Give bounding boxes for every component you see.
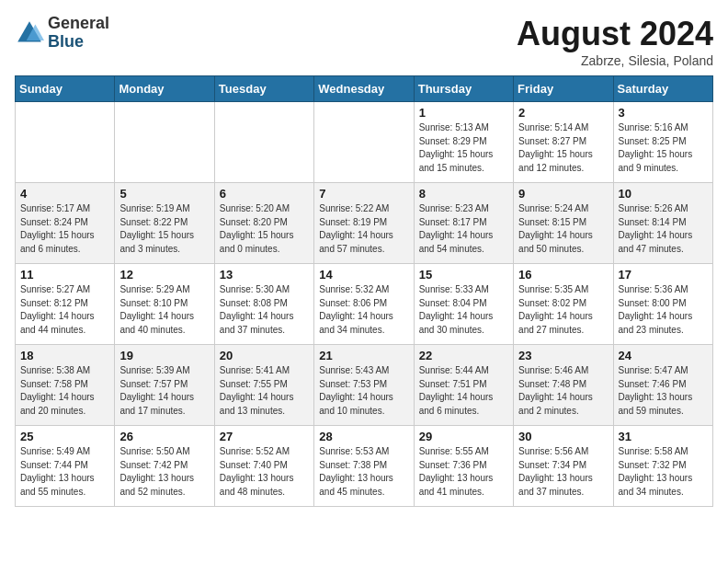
day-info: Sunrise: 5:50 AM Sunset: 7:42 PM Dayligh… bbox=[119, 445, 209, 499]
day-info: Sunrise: 5:35 AM Sunset: 8:02 PM Dayligh… bbox=[518, 283, 608, 337]
calendar-cell: 6Sunrise: 5:20 AM Sunset: 8:20 PM Daylig… bbox=[214, 183, 313, 264]
day-number: 20 bbox=[220, 349, 309, 362]
day-info: Sunrise: 5:41 AM Sunset: 7:55 PM Dayligh… bbox=[220, 364, 309, 418]
day-number: 28 bbox=[319, 430, 408, 443]
day-number: 4 bbox=[20, 187, 109, 201]
day-info: Sunrise: 5:43 AM Sunset: 7:53 PM Dayligh… bbox=[319, 364, 408, 418]
weekday-header-tuesday: Tuesday bbox=[214, 76, 313, 102]
calendar-cell: 12Sunrise: 5:29 AM Sunset: 8:10 PM Dayli… bbox=[115, 264, 214, 345]
day-number: 1 bbox=[419, 106, 508, 120]
calendar-cell: 1Sunrise: 5:13 AM Sunset: 8:29 PM Daylig… bbox=[414, 102, 513, 183]
day-number: 10 bbox=[619, 187, 708, 201]
weekday-header-saturday: Saturday bbox=[613, 76, 712, 102]
calendar-cell: 31Sunrise: 5:58 AM Sunset: 7:32 PM Dayli… bbox=[613, 426, 712, 507]
day-number: 17 bbox=[619, 268, 708, 282]
day-info: Sunrise: 5:17 AM Sunset: 8:24 PM Dayligh… bbox=[20, 202, 109, 256]
day-number: 31 bbox=[619, 430, 708, 443]
calendar-cell: 22Sunrise: 5:44 AM Sunset: 7:51 PM Dayli… bbox=[414, 345, 513, 426]
calendar-week-row: 1Sunrise: 5:13 AM Sunset: 8:29 PM Daylig… bbox=[16, 102, 713, 183]
weekday-header-wednesday: Wednesday bbox=[314, 76, 414, 102]
day-number: 18 bbox=[20, 349, 109, 362]
weekday-header-sunday: Sunday bbox=[16, 76, 115, 102]
day-info: Sunrise: 5:52 AM Sunset: 7:40 PM Dayligh… bbox=[220, 445, 309, 499]
calendar-cell: 29Sunrise: 5:55 AM Sunset: 7:36 PM Dayli… bbox=[414, 426, 513, 507]
weekday-header-monday: Monday bbox=[115, 76, 214, 102]
day-info: Sunrise: 5:24 AM Sunset: 8:15 PM Dayligh… bbox=[518, 202, 608, 256]
logo: General Blue bbox=[15, 15, 109, 52]
day-info: Sunrise: 5:22 AM Sunset: 8:19 PM Dayligh… bbox=[319, 202, 408, 256]
day-number: 3 bbox=[619, 106, 708, 120]
calendar-cell: 10Sunrise: 5:26 AM Sunset: 8:14 PM Dayli… bbox=[613, 183, 712, 264]
location-text: Zabrze, Silesia, Poland bbox=[517, 53, 713, 68]
day-number: 14 bbox=[319, 268, 408, 282]
day-info: Sunrise: 5:49 AM Sunset: 7:44 PM Dayligh… bbox=[20, 445, 109, 499]
title-block: August 2024 Zabrze, Silesia, Poland bbox=[517, 15, 713, 68]
calendar-cell: 21Sunrise: 5:43 AM Sunset: 7:53 PM Dayli… bbox=[314, 345, 414, 426]
calendar-cell: 25Sunrise: 5:49 AM Sunset: 7:44 PM Dayli… bbox=[16, 426, 115, 507]
weekday-header-thursday: Thursday bbox=[414, 76, 513, 102]
day-info: Sunrise: 5:55 AM Sunset: 7:36 PM Dayligh… bbox=[419, 445, 508, 499]
day-number: 29 bbox=[419, 430, 508, 443]
day-number: 22 bbox=[419, 349, 508, 362]
day-info: Sunrise: 5:56 AM Sunset: 7:34 PM Dayligh… bbox=[518, 445, 608, 499]
calendar-cell: 26Sunrise: 5:50 AM Sunset: 7:42 PM Dayli… bbox=[115, 426, 214, 507]
calendar-week-row: 4Sunrise: 5:17 AM Sunset: 8:24 PM Daylig… bbox=[16, 183, 713, 264]
day-number: 25 bbox=[20, 430, 109, 443]
day-number: 24 bbox=[619, 349, 708, 362]
calendar-cell: 30Sunrise: 5:56 AM Sunset: 7:34 PM Dayli… bbox=[514, 426, 613, 507]
day-number: 6 bbox=[220, 187, 309, 201]
day-number: 26 bbox=[119, 430, 209, 443]
page-header: General Blue August 2024 Zabrze, Silesia… bbox=[15, 15, 713, 68]
day-info: Sunrise: 5:19 AM Sunset: 8:22 PM Dayligh… bbox=[119, 202, 209, 256]
day-number: 30 bbox=[518, 430, 608, 443]
day-info: Sunrise: 5:36 AM Sunset: 8:00 PM Dayligh… bbox=[619, 283, 708, 337]
day-info: Sunrise: 5:33 AM Sunset: 8:04 PM Dayligh… bbox=[419, 283, 508, 337]
day-info: Sunrise: 5:16 AM Sunset: 8:25 PM Dayligh… bbox=[619, 121, 708, 175]
day-info: Sunrise: 5:20 AM Sunset: 8:20 PM Dayligh… bbox=[220, 202, 309, 256]
calendar-cell: 4Sunrise: 5:17 AM Sunset: 8:24 PM Daylig… bbox=[16, 183, 115, 264]
calendar-week-row: 18Sunrise: 5:38 AM Sunset: 7:58 PM Dayli… bbox=[16, 345, 713, 426]
day-number: 9 bbox=[518, 187, 608, 201]
day-number: 15 bbox=[419, 268, 508, 282]
logo-icon bbox=[15, 18, 44, 48]
day-info: Sunrise: 5:29 AM Sunset: 8:10 PM Dayligh… bbox=[119, 283, 209, 337]
calendar-cell: 14Sunrise: 5:32 AM Sunset: 8:06 PM Dayli… bbox=[314, 264, 414, 345]
calendar-cell: 15Sunrise: 5:33 AM Sunset: 8:04 PM Dayli… bbox=[414, 264, 513, 345]
day-info: Sunrise: 5:14 AM Sunset: 8:27 PM Dayligh… bbox=[518, 121, 608, 175]
calendar-cell: 17Sunrise: 5:36 AM Sunset: 8:00 PM Dayli… bbox=[613, 264, 712, 345]
day-number: 19 bbox=[119, 349, 209, 362]
calendar-cell: 2Sunrise: 5:14 AM Sunset: 8:27 PM Daylig… bbox=[514, 102, 613, 183]
calendar-cell: 9Sunrise: 5:24 AM Sunset: 8:15 PM Daylig… bbox=[514, 183, 613, 264]
day-info: Sunrise: 5:47 AM Sunset: 7:46 PM Dayligh… bbox=[619, 364, 708, 418]
day-info: Sunrise: 5:38 AM Sunset: 7:58 PM Dayligh… bbox=[20, 364, 109, 418]
calendar-cell bbox=[16, 102, 115, 183]
calendar-cell: 13Sunrise: 5:30 AM Sunset: 8:08 PM Dayli… bbox=[214, 264, 313, 345]
day-number: 2 bbox=[518, 106, 608, 120]
calendar-week-row: 25Sunrise: 5:49 AM Sunset: 7:44 PM Dayli… bbox=[16, 426, 713, 507]
calendar-cell bbox=[214, 102, 313, 183]
day-number: 16 bbox=[518, 268, 608, 282]
weekday-header-row: SundayMondayTuesdayWednesdayThursdayFrid… bbox=[16, 76, 713, 102]
calendar-table: SundayMondayTuesdayWednesdayThursdayFrid… bbox=[15, 75, 713, 507]
calendar-week-row: 11Sunrise: 5:27 AM Sunset: 8:12 PM Dayli… bbox=[16, 264, 713, 345]
calendar-cell: 3Sunrise: 5:16 AM Sunset: 8:25 PM Daylig… bbox=[613, 102, 712, 183]
calendar-cell: 27Sunrise: 5:52 AM Sunset: 7:40 PM Dayli… bbox=[214, 426, 313, 507]
day-number: 5 bbox=[119, 187, 209, 201]
day-info: Sunrise: 5:53 AM Sunset: 7:38 PM Dayligh… bbox=[319, 445, 408, 499]
day-number: 7 bbox=[319, 187, 408, 201]
day-number: 13 bbox=[220, 268, 309, 282]
day-info: Sunrise: 5:32 AM Sunset: 8:06 PM Dayligh… bbox=[319, 283, 408, 337]
calendar-cell: 16Sunrise: 5:35 AM Sunset: 8:02 PM Dayli… bbox=[514, 264, 613, 345]
day-info: Sunrise: 5:13 AM Sunset: 8:29 PM Dayligh… bbox=[419, 121, 508, 175]
calendar-cell: 8Sunrise: 5:23 AM Sunset: 8:17 PM Daylig… bbox=[414, 183, 513, 264]
calendar-cell: 11Sunrise: 5:27 AM Sunset: 8:12 PM Dayli… bbox=[16, 264, 115, 345]
logo-blue-text: Blue bbox=[48, 32, 84, 51]
day-number: 21 bbox=[319, 349, 408, 362]
day-info: Sunrise: 5:23 AM Sunset: 8:17 PM Dayligh… bbox=[419, 202, 508, 256]
logo-general-text: General bbox=[48, 14, 109, 32]
calendar-cell bbox=[115, 102, 214, 183]
calendar-cell: 19Sunrise: 5:39 AM Sunset: 7:57 PM Dayli… bbox=[115, 345, 214, 426]
day-number: 27 bbox=[220, 430, 309, 443]
day-number: 23 bbox=[518, 349, 608, 362]
calendar-cell: 18Sunrise: 5:38 AM Sunset: 7:58 PM Dayli… bbox=[16, 345, 115, 426]
